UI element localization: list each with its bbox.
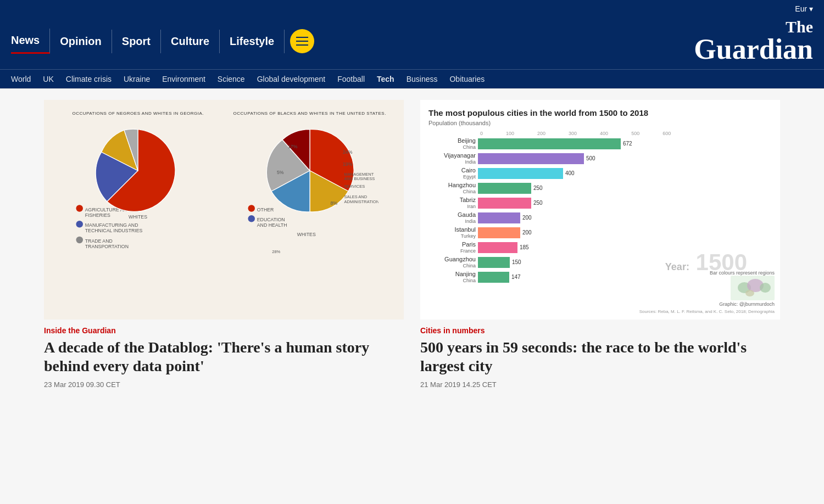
- nav-sport[interactable]: Sport: [112, 30, 161, 53]
- header-divider: [0, 88, 824, 89]
- bar-fill: [478, 212, 520, 223]
- bar-fill: [478, 138, 621, 149]
- subnav-climate[interactable]: Climate crisis: [66, 75, 112, 83]
- hamburger-button[interactable]: [290, 29, 314, 53]
- map-legend: Bar colours represent regions Graphic: @…: [639, 270, 775, 314]
- sub-nav: World UK Climate crisis Ukraine Environm…: [0, 69, 824, 88]
- bar-fill: [478, 153, 584, 164]
- nav-news[interactable]: News: [11, 29, 50, 54]
- bar-value-label: 250: [533, 185, 543, 191]
- subnav-uk[interactable]: UK: [43, 75, 53, 83]
- subnav-science[interactable]: Science: [218, 75, 245, 83]
- svg-text:FISHERIES: FISHERIES: [85, 212, 110, 218]
- svg-text:WHITES: WHITES: [129, 214, 147, 220]
- subnav-obituaries[interactable]: Obituaries: [449, 75, 485, 83]
- subnav-business[interactable]: Business: [407, 75, 438, 83]
- chart-axis: 0 100 200 300 400 500 600: [480, 131, 772, 136]
- svg-text:8%: 8%: [330, 200, 337, 206]
- svg-text:WHITES: WHITES: [297, 232, 315, 237]
- bar-fill: [478, 242, 517, 253]
- legend-text: Bar colours represent regions: [639, 270, 775, 276]
- article-datablog: OCCUPATIONS OF NEGROES AND WHITES IN GEO…: [44, 100, 404, 391]
- subnav-tech[interactable]: Tech: [377, 75, 394, 83]
- svg-point-3: [76, 221, 83, 228]
- bar-row: IstanbulTurkey200: [428, 226, 772, 239]
- bar-row: BeijingChina672: [428, 137, 772, 150]
- svg-text:AND HEALTH: AND HEALTH: [257, 222, 287, 228]
- svg-text:24%: 24%: [343, 149, 353, 155]
- article-cities: The most populous cities in the world fr…: [420, 100, 780, 391]
- pie-title-right: OCCUPATIONS OF BLACKS AND WHITES IN THE …: [233, 111, 386, 116]
- svg-text:19%: 19%: [343, 161, 353, 167]
- article-meta-cities: Cities in numbers 500 years in 59 second…: [420, 320, 780, 391]
- hamburger-line: [296, 41, 308, 42]
- main-content: OCCUPATIONS OF NEGROES AND WHITES IN GEO…: [33, 100, 791, 391]
- bar-city-label: GuangzhouChina: [428, 256, 478, 269]
- svg-text:EDUCATION: EDUCATION: [257, 217, 285, 222]
- svg-text:5%: 5%: [277, 170, 284, 175]
- bar-fill: [478, 227, 520, 238]
- svg-text:ADMINISTRATION: ADMINISTRATION: [344, 199, 378, 204]
- bar-city-label: BeijingChina: [428, 137, 478, 150]
- bar-fill: [478, 168, 563, 179]
- subnav-global-development[interactable]: Global development: [257, 75, 326, 83]
- bar-value-label: 400: [565, 170, 575, 176]
- svg-text:MANAGEMENT: MANAGEMENT: [344, 172, 374, 177]
- article-image-cities: The most populous cities in the world fr…: [420, 100, 780, 320]
- bar-value-label: 185: [520, 244, 529, 250]
- axis-tick-600: 600: [662, 131, 671, 136]
- svg-text:OTHER: OTHER: [257, 207, 274, 212]
- header-main: News Opinion Sport Culture Lifestyle The…: [11, 13, 813, 69]
- bar-value-label: 147: [511, 274, 521, 280]
- nav-culture[interactable]: Culture: [161, 30, 220, 53]
- subnav-environment[interactable]: Environment: [162, 75, 205, 83]
- bar-row: TabrizIran250: [428, 197, 772, 210]
- chart-subtitle: Population (thousands): [428, 120, 772, 126]
- pie-title-left: OCCUPATIONS OF NEGROES AND WHITES IN GEO…: [72, 111, 204, 116]
- article-category-datablog[interactable]: Inside the Guardian: [44, 326, 404, 335]
- svg-text:MANUFACTURING AND: MANUFACTURING AND: [85, 222, 138, 228]
- nav-lifestyle[interactable]: Lifestyle: [220, 30, 285, 53]
- svg-point-6: [76, 237, 83, 244]
- main-nav: News Opinion Sport Culture Lifestyle: [11, 29, 314, 54]
- svg-text:SALES AND: SALES AND: [344, 194, 367, 199]
- svg-point-30: [760, 283, 771, 293]
- edition-selector[interactable]: Eur ▾: [795, 4, 813, 13]
- svg-point-10: [248, 205, 255, 212]
- graphic-credit: Graphic: @jburnmurdoch: [639, 301, 775, 307]
- bar-row: GaudaIndia200: [428, 211, 772, 225]
- bar-row: VijayanagarIndia500: [428, 152, 772, 165]
- logo-guardian: Guardian: [694, 33, 813, 65]
- svg-point-0: [76, 205, 83, 212]
- pie-charts: OCCUPATIONS OF NEGROES AND WHITES IN GEO…: [44, 100, 404, 320]
- svg-text:17%: 17%: [288, 144, 298, 149]
- bar-city-label: ParisFrance: [428, 241, 478, 254]
- bar-fill: [478, 257, 510, 268]
- header-top: Eur ▾: [11, 0, 813, 13]
- world-map-icon: [731, 276, 775, 300]
- subnav-ukraine[interactable]: Ukraine: [124, 75, 150, 83]
- bar-city-label: TabrizIran: [428, 197, 478, 210]
- guardian-logo: The Guardian: [694, 19, 813, 64]
- article-category-cities[interactable]: Cities in numbers: [420, 326, 780, 335]
- svg-text:TRANSPORTATION: TRANSPORTATION: [85, 244, 129, 249]
- bar-chart-container: The most populous cities in the world fr…: [420, 100, 780, 320]
- bar-value-label: 250: [533, 200, 543, 206]
- article-meta-datablog: Inside the Guardian A decade of the Data…: [44, 320, 404, 391]
- bar-city-label: IstanbulTurkey: [428, 226, 478, 239]
- axis-tick-500: 500: [631, 131, 639, 136]
- bar-value-label: 500: [586, 155, 595, 161]
- axis-tick-100: 100: [506, 131, 514, 136]
- svg-text:TRADE AND: TRADE AND: [85, 238, 113, 244]
- subnav-football[interactable]: Football: [337, 75, 365, 83]
- article-date-cities: 21 Mar 2019 14.25 CET: [420, 380, 497, 389]
- pie-svg-right: OTHER EDUCATION AND HEALTH: [241, 119, 378, 264]
- bar-row: CairoEgypt400: [428, 167, 772, 180]
- subnav-world[interactable]: World: [11, 75, 31, 83]
- bar-value-label: 672: [623, 141, 632, 147]
- axis-tick-200: 200: [537, 131, 545, 136]
- svg-point-12: [248, 215, 255, 222]
- nav-opinion[interactable]: Opinion: [50, 30, 112, 53]
- pie-chart-left: OCCUPATIONS OF NEGROES AND WHITES IN GEO…: [55, 111, 221, 309]
- bar-value-label: 200: [522, 215, 532, 221]
